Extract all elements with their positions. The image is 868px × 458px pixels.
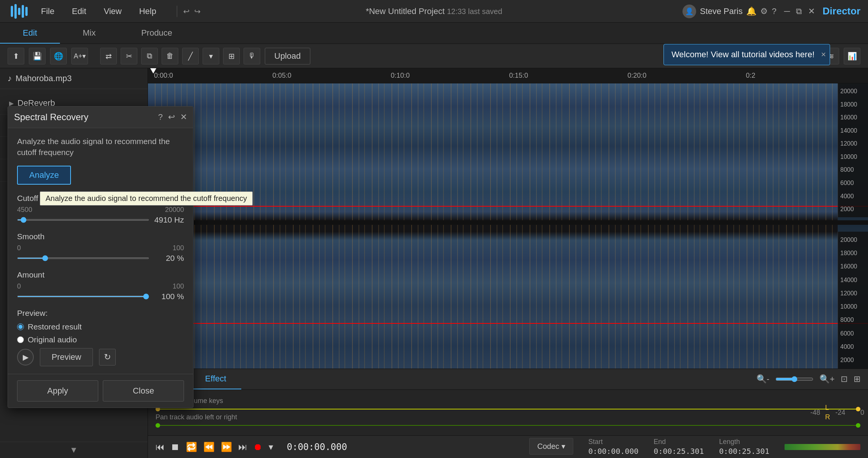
smooth-slider[interactable] xyxy=(17,257,149,259)
dialog-close-icon[interactable]: ✕ xyxy=(180,112,187,122)
tab-mix[interactable]: Mix xyxy=(60,23,118,44)
undo-btn[interactable]: ↩ xyxy=(183,7,190,16)
pan-dot-left[interactable] xyxy=(156,423,160,428)
next-btn[interactable]: ⏭ xyxy=(238,442,247,452)
tab-edit[interactable]: Edit xyxy=(0,23,60,44)
rewind-btn[interactable]: ⏩ xyxy=(221,442,232,452)
apply-button[interactable]: Apply xyxy=(17,380,98,402)
welcome-close-btn[interactable]: × xyxy=(821,50,826,60)
window-controls: ─ ⧉ ✕ xyxy=(784,6,815,16)
help-icon[interactable]: ? xyxy=(772,6,776,16)
gain-tool[interactable]: ▾ xyxy=(203,48,219,64)
close-btn[interactable]: ✕ xyxy=(808,6,815,16)
end-label: End xyxy=(654,438,704,446)
settings-icon[interactable]: ⚙ xyxy=(760,6,768,16)
menu-view[interactable]: View xyxy=(101,5,124,18)
zoom-actual-icon[interactable]: ⊞ xyxy=(854,374,860,384)
snap-tool[interactable]: ⊞ xyxy=(223,48,240,64)
timeline-ruler: 0:00:0 0:05:0 0:10:0 0:15:0 0:20:0 0:2 xyxy=(148,68,868,83)
app-logo xyxy=(8,2,30,21)
delete-tool[interactable]: 🗑 xyxy=(162,48,178,64)
upload-button[interactable]: Upload xyxy=(265,48,310,64)
original-label: Original audio xyxy=(28,335,77,344)
amount-slider-row: 100 % xyxy=(17,292,184,301)
tab-produce[interactable]: Produce xyxy=(118,23,195,44)
original-radio[interactable] xyxy=(17,336,24,343)
start-label: Start xyxy=(588,438,638,446)
dialog-reset-btn[interactable]: ↩ xyxy=(168,112,175,122)
dialog-footer: Apply Close xyxy=(8,374,193,408)
amount-min: 0 xyxy=(17,282,21,290)
menu-file[interactable]: File xyxy=(38,5,57,18)
go-start-btn[interactable]: ⏮ xyxy=(156,442,165,452)
redo-btn[interactable]: ↪ xyxy=(194,7,201,16)
preview-button[interactable]: Preview xyxy=(40,348,93,366)
minimize-btn[interactable]: ─ xyxy=(784,6,790,16)
length-value: 0:00:25.301 xyxy=(719,447,769,456)
spectrogram-area[interactable]: 20000 18000 16000 14000 12000 10000 8000… xyxy=(148,83,868,369)
dialog-help-btn[interactable]: ? xyxy=(158,112,163,122)
stop-btn[interactable]: ⏹ xyxy=(171,442,180,452)
fade-tool[interactable]: ╱ xyxy=(182,48,199,64)
menu-help[interactable]: Help xyxy=(136,5,159,18)
copy-tool[interactable]: ⧉ xyxy=(141,48,158,64)
font-btn[interactable]: A+▾ xyxy=(71,48,88,64)
close-button[interactable]: Close xyxy=(103,380,184,402)
record-btn[interactable]: ⏺ xyxy=(253,442,263,452)
ruler-mark-4: 0:20:0 xyxy=(627,72,746,80)
scroll-down-btn[interactable]: ▼ xyxy=(0,442,148,458)
codec-btn[interactable]: Codec ▾ xyxy=(529,438,573,455)
hz-labels-bottom: 20000 18000 16000 14000 12000 10000 8000… xyxy=(838,232,868,369)
preview-refresh-btn[interactable]: ↻ xyxy=(99,349,116,365)
cut-tool[interactable]: ✂ xyxy=(121,48,137,64)
hz-12000: 12000 xyxy=(840,140,866,147)
tab-effect[interactable]: Effect xyxy=(190,369,242,389)
smooth-label: Smooth xyxy=(17,232,44,241)
save-btn[interactable]: 💾 xyxy=(29,48,46,64)
restore-btn[interactable]: ⧉ xyxy=(796,6,802,16)
zoom-fit-icon[interactable]: ⊡ xyxy=(841,374,848,384)
notifications-icon[interactable]: 🔔 xyxy=(746,6,756,16)
loop-btn[interactable]: 🔁 xyxy=(186,442,197,452)
restored-radio[interactable] xyxy=(17,323,24,330)
end-value: 0:00:25.301 xyxy=(654,447,704,456)
move-tool[interactable]: ⇄ xyxy=(100,48,117,64)
cutoff-slider[interactable] xyxy=(17,219,149,221)
ruler-labels: 0:00:0 0:05:0 0:10:0 0:15:0 0:20:0 0:2 xyxy=(152,72,864,80)
track-area: 1.0x me using volume keys Pan track audi… xyxy=(148,390,868,435)
record-dropdown-btn[interactable]: ▾ xyxy=(269,442,273,452)
globe-btn[interactable]: 🌐 xyxy=(50,48,67,64)
hz-b-10000: 10000 xyxy=(840,303,866,310)
transport-bar: ⏮ ⏹ 🔁 ⏪ ⏩ ⏭ ⏺ ▾ 0:00:00.000 Codec ▾ Star… xyxy=(148,435,868,458)
export-btn[interactable]: ⬆ xyxy=(8,48,24,64)
amount-param: Amount 0 100 100 % xyxy=(17,270,184,301)
smooth-label-row: Smooth xyxy=(17,232,184,241)
svg-rect-4 xyxy=(25,7,28,16)
timecode-display: 0:00:00.000 xyxy=(287,442,347,452)
restored-radio-row: Restored result xyxy=(17,322,184,331)
restored-label: Restored result xyxy=(28,322,82,331)
top-bar: File Edit View Help ↩ ↪ *New Untitled Pr… xyxy=(0,0,868,23)
zoom-slider[interactable] xyxy=(775,376,813,382)
zoom-out-icon[interactable]: 🔍- xyxy=(756,374,769,384)
analyze-button[interactable]: Analyze xyxy=(17,166,71,185)
smooth-param: Smooth 0 100 20 % xyxy=(17,232,184,263)
zoom-in-icon[interactable]: 🔍+ xyxy=(819,374,835,384)
start-time-group: Start 0:00:00.000 xyxy=(588,438,638,456)
undo-redo-group: ↩ ↪ xyxy=(183,7,201,16)
menu-edit[interactable]: Edit xyxy=(69,5,89,18)
file-name-text: Mahoroba.mp3 xyxy=(16,74,72,83)
amount-label: Amount xyxy=(17,270,44,279)
hz-18000: 18000 xyxy=(840,101,866,108)
spectrum-btn[interactable]: 📊 xyxy=(844,48,860,64)
edit-tools: ⇄ ✂ ⧉ 🗑 ╱ ▾ ⊞ 🎙 xyxy=(100,48,260,64)
svg-rect-3 xyxy=(22,5,24,18)
hz-b-20000: 20000 xyxy=(840,237,866,243)
amount-label-row: Amount xyxy=(17,270,184,279)
preview-play-btn[interactable]: ▶ xyxy=(17,349,34,365)
prev-btn[interactable]: ⏪ xyxy=(203,442,215,452)
amount-slider[interactable] xyxy=(17,296,149,297)
smooth-max: 100 xyxy=(173,244,184,252)
user-info: 👤 Steve Paris 🔔 ⚙ ? xyxy=(682,5,777,18)
mic-tool[interactable]: 🎙 xyxy=(244,48,260,64)
